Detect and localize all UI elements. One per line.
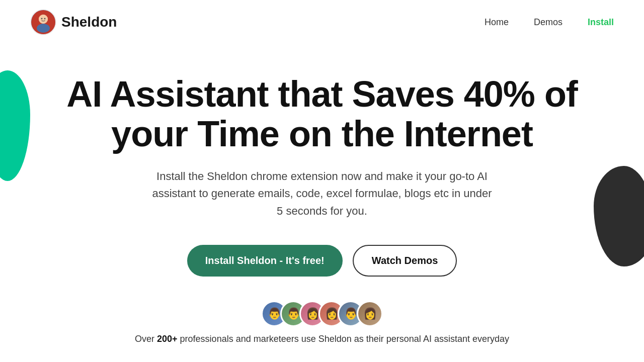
social-proof-section: 👨 👨 👩 👩 👨 👩 Over 200+ professionals and … bbox=[135, 301, 509, 344]
logo[interactable]: Sheldon bbox=[30, 9, 117, 35]
svg-point-5 bbox=[44, 18, 46, 20]
navigation: Home Demos Install bbox=[485, 17, 614, 28]
cta-buttons: Install Sheldon - It's free! Watch Demos bbox=[187, 245, 457, 277]
install-button[interactable]: Install Sheldon - It's free! bbox=[187, 245, 343, 277]
avatar-6: 👩 bbox=[357, 301, 383, 327]
watch-demos-button[interactable]: Watch Demos bbox=[353, 245, 457, 277]
svg-point-2 bbox=[37, 24, 50, 33]
social-proof-prefix: Over bbox=[135, 334, 157, 344]
logo-avatar bbox=[30, 9, 56, 35]
hero-subtitle: Install the Sheldon chrome extension now… bbox=[151, 168, 493, 219]
nav-install[interactable]: Install bbox=[588, 17, 614, 28]
svg-point-4 bbox=[41, 18, 43, 20]
nav-demos[interactable]: Demos bbox=[534, 17, 562, 28]
hero-section: AI Assistant that Saves 40% of your Time… bbox=[0, 44, 644, 344]
avatars-row: 👨 👨 👩 👩 👨 👩 bbox=[261, 301, 383, 327]
header: Sheldon Home Demos Install bbox=[0, 0, 644, 44]
hero-title: AI Assistant that Saves 40% of your Time… bbox=[58, 74, 586, 154]
logo-text: Sheldon bbox=[61, 14, 117, 30]
social-proof-text: Over 200+ professionals and marketeers u… bbox=[135, 334, 509, 344]
social-proof-count: 200+ bbox=[157, 334, 178, 344]
social-proof-suffix: professionals and marketeers use Sheldon… bbox=[178, 334, 509, 344]
svg-point-3 bbox=[39, 15, 48, 24]
nav-home[interactable]: Home bbox=[485, 17, 509, 28]
